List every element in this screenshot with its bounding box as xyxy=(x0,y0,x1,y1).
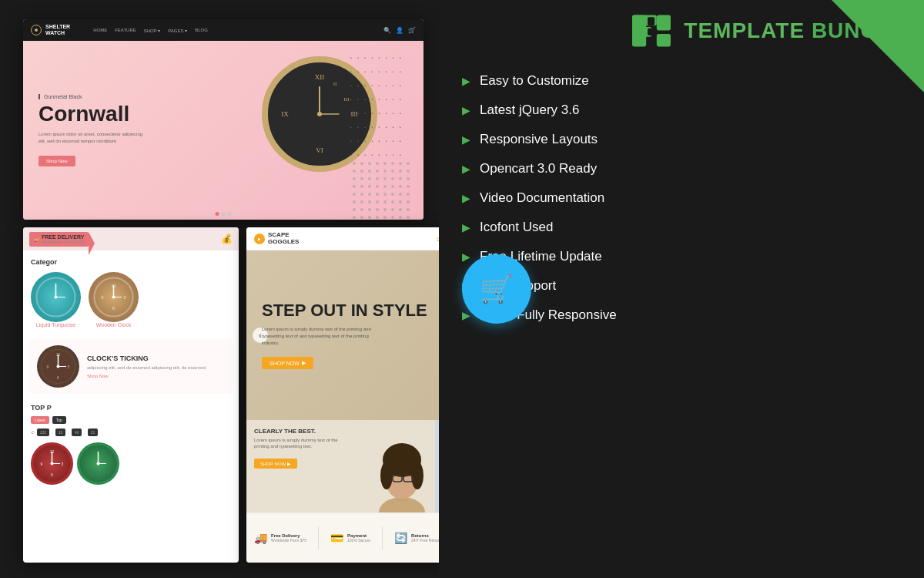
ticking-shop-btn[interactable]: Shop Now xyxy=(87,374,225,378)
svg-point-64 xyxy=(399,208,402,211)
svg-point-15 xyxy=(391,162,394,165)
user-icon: 👤 xyxy=(396,27,403,34)
svg-point-71 xyxy=(391,216,394,219)
feature-item-1: ▶ Latest jQuery 3.6 xyxy=(462,102,901,118)
payment-icon: 💳 xyxy=(330,532,343,544)
countdown-days: 222 xyxy=(37,428,49,436)
dots-pattern: // dots xyxy=(350,49,420,118)
watch-desc: Lorem ipsum dolor sit amet, consectetur … xyxy=(38,131,146,144)
svg-point-18 xyxy=(353,170,356,173)
delivery-badge: 🚚 FREE DELIVERY Worldwide From $75 xyxy=(29,232,89,247)
watch-categories-screenshot: 🚚 FREE DELIVERY Worldwide From $75 💰 Cat… xyxy=(23,227,239,563)
footer-payment: 💳 Payment 100% Secure xyxy=(330,532,370,544)
feature-arrow-1: ▶ xyxy=(462,104,470,116)
indicator-2 xyxy=(222,212,226,216)
svg-point-29 xyxy=(376,177,379,180)
svg-point-42 xyxy=(353,193,356,196)
svg-point-55 xyxy=(391,200,394,203)
svg-point-85 xyxy=(112,296,116,299)
svg-point-30 xyxy=(383,177,387,180)
feature-text-1: Latest jQuery 3.6 xyxy=(480,102,579,118)
svg-point-59 xyxy=(360,208,363,211)
svg-point-50 xyxy=(353,200,356,203)
badge-top: Top xyxy=(52,416,66,424)
returns-icon: 🔄 xyxy=(394,532,407,544)
svg-point-36 xyxy=(368,185,371,188)
svg-point-22 xyxy=(383,170,387,173)
svg-point-58 xyxy=(353,208,356,211)
svg-point-135 xyxy=(411,462,424,489)
watch-nav-links: HOME FEATURE SHOP ▾ PAGES ▾ BLOG xyxy=(93,28,208,33)
category-item-turquoise: Liquid Turquoise xyxy=(31,272,81,328)
feature-text-3: Opencart 3.0 Ready xyxy=(480,161,597,176)
svg-point-14 xyxy=(383,162,387,165)
promo-1-desc: Lorem ipsum is simply dummy text of the … xyxy=(254,437,346,450)
svg-point-31 xyxy=(391,177,394,180)
footer-delivery: 🚚 Free Delivery Worldwide From $75 xyxy=(254,532,306,544)
promo-arrow-icon: ▶ xyxy=(287,461,291,466)
glasses-brand: SCAPE GOGGLES xyxy=(268,232,299,246)
svg-point-45 xyxy=(376,193,379,196)
svg-point-52 xyxy=(368,200,371,203)
category-name-wooden: Wooden Clock xyxy=(89,322,139,328)
svg-point-26 xyxy=(353,177,356,180)
svg-text:9: 9 xyxy=(41,462,43,466)
free-delivery-sub: Worldwide From $75 xyxy=(42,240,84,244)
cart-circle-icon: 🛒 xyxy=(480,274,514,305)
svg-point-21 xyxy=(376,170,379,173)
watch-logo: SHELTER WATCH xyxy=(31,24,70,35)
glasses-hero-desc: Lorem ipsum is simply dummy text of the … xyxy=(262,326,385,347)
svg-point-17 xyxy=(407,162,410,165)
top-p-section: TOP P Latest Top ⏱ 222 : 15 : 40 : 21 12 xyxy=(23,398,239,491)
ticking-text-block: CLOCK'S TICKING adipiscing elit, sed do … xyxy=(87,355,225,378)
watch-title: Cornwall xyxy=(38,103,146,125)
delivery-bar: 🚚 FREE DELIVERY Worldwide From $75 💰 xyxy=(23,227,239,250)
svg-point-47 xyxy=(391,193,394,196)
tb-logo-icon xyxy=(628,12,675,50)
feature-text-5: Icofont Used xyxy=(480,220,553,235)
watch-logo-icon xyxy=(31,25,42,35)
category-title: Categor xyxy=(31,258,231,266)
cart-circle: 🛒 xyxy=(462,254,531,324)
svg-point-54 xyxy=(383,200,387,203)
feature-item-2: ▶ Responsive Layouts xyxy=(462,132,901,147)
watch-nav-icons: 🔍 👤 🛒 xyxy=(383,27,416,34)
feature-arrow-5: ▶ xyxy=(462,221,470,234)
clock-wooden: 12 3 6 9 xyxy=(89,272,139,322)
footer-returns: 🔄 Returns 24/7 Free Returns xyxy=(394,532,442,544)
svg-point-57 xyxy=(407,200,410,203)
watch-tag: Gunmetal Black xyxy=(38,94,146,99)
feature-arrow-4: ▶ xyxy=(462,192,470,204)
svg-point-35 xyxy=(360,185,363,188)
glasses-shop-btn[interactable]: SHOP NOW ▶ xyxy=(262,357,313,369)
footer-divider-2 xyxy=(382,526,383,549)
countdown-secs: 21 xyxy=(88,428,99,436)
svg-point-66 xyxy=(353,216,356,219)
ticking-clock: 12 3 6 9 xyxy=(37,345,79,388)
svg-point-60 xyxy=(368,208,371,211)
category-items: Liquid Turquoise 12 3 6 9 xyxy=(31,272,231,328)
svg-rect-154 xyxy=(648,29,654,35)
payment-sub: 100% Secure xyxy=(347,538,370,543)
svg-point-16 xyxy=(399,162,402,165)
svg-point-67 xyxy=(360,216,363,219)
svg-point-20 xyxy=(368,170,371,173)
badge-latest: Latest xyxy=(31,416,49,424)
ticking-desc: adipiscing elit, sed do eiusmod adipisci… xyxy=(87,365,225,371)
feature-text-2: Responsive Layouts xyxy=(480,132,598,147)
svg-point-69 xyxy=(376,216,379,219)
colorful-clocks: 12 3 6 9 xyxy=(31,442,231,485)
svg-point-51 xyxy=(360,200,363,203)
clocks-ticking-title: CLOCK'S TICKING xyxy=(87,355,225,363)
svg-point-9 xyxy=(317,112,322,116)
hero-indicator xyxy=(216,212,232,216)
feature-arrow-2: ▶ xyxy=(462,133,470,146)
clock-red: 12 3 6 9 xyxy=(31,442,73,485)
svg-point-106 xyxy=(97,462,100,465)
watch-brand: SHELTER WATCH xyxy=(45,24,70,35)
footer-divider-1 xyxy=(318,526,319,549)
promo-1-btn[interactable]: SHOP NOW ▶ xyxy=(254,459,297,469)
feature-item-4: ▶ Video Documentation xyxy=(462,190,901,206)
watch-shop-btn[interactable]: Shop Now xyxy=(38,156,75,166)
svg-point-48 xyxy=(399,193,402,196)
